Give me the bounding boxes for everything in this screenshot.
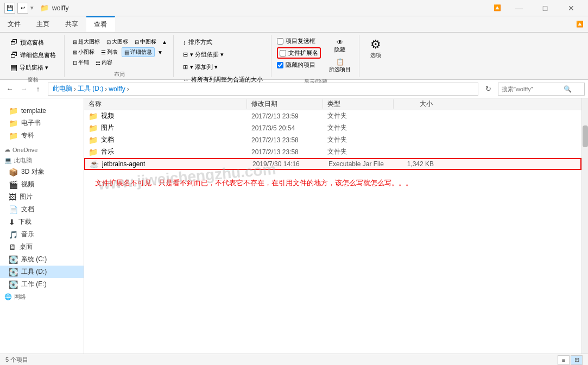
path-folder[interactable]: wolffy	[109, 85, 125, 93]
content-btn[interactable]: ☷内容	[93, 58, 115, 67]
hide-btn[interactable]: 👁 隐藏	[325, 37, 355, 55]
music-icon: 🎵	[9, 230, 18, 239]
ribbon-content: 🗗 预览窗格 🗗 详细信息窗格 ▤ 导航窗格 ▾ 窗格	[0, 33, 588, 79]
address-path[interactable]: 此电脑 › 工具 (D:) › wolffy ›	[48, 83, 478, 96]
maximize-button[interactable]: □	[533, 0, 558, 16]
scroll-thumb[interactable]	[583, 125, 588, 147]
grid-view-toggle[interactable]: ⊞	[571, 355, 583, 365]
extra-large-icon-btn[interactable]: ⊞超大图标	[70, 37, 103, 47]
sidebar-item-desktop[interactable]: 🖥 桌面	[0, 241, 84, 253]
large-icon-btn[interactable]: ⊡大图标	[104, 37, 131, 47]
tab-home[interactable]: 主页	[29, 16, 58, 32]
item-checkbox[interactable]	[277, 38, 283, 45]
hide-icon: 👁	[337, 39, 343, 46]
search-input[interactable]	[502, 86, 561, 92]
drive-c-icon: 💽	[9, 255, 18, 264]
selected-btn[interactable]: 📋 所选项目	[325, 56, 355, 75]
sidebar-item-pictures[interactable]: 🖼 图片	[0, 191, 84, 203]
title-bar: 💾 ↩ ▾ 📁 wolffy 🔼 — □ ✕	[0, 0, 588, 16]
forward-button[interactable]: →	[17, 83, 30, 96]
options-btn[interactable]: ⚙ 选项	[365, 37, 387, 61]
tab-share[interactable]: 共享	[58, 16, 86, 32]
address-bar: ← → ↑ 此电脑 › 工具 (D:) › wolffy › ↻ 🔍	[0, 80, 588, 98]
checkboxes: 项目复选框 文件扩展名 隐藏的项目	[277, 37, 321, 69]
layout-scroll-down[interactable]: ▼	[156, 47, 165, 57]
customize-quick-btn[interactable]: ▾	[30, 4, 34, 11]
main-area: 📁 template 📁 电子书 📁 专科 ☁ OneDrive 💻 此电脑 📦…	[0, 98, 588, 354]
add-col-btn[interactable]: ⊞ ▾ 添加列 ▾	[179, 62, 222, 72]
table-row[interactable]: 📁图片 2017/3/5 20:54 文件夹	[84, 122, 581, 134]
sidebar-item-downloads[interactable]: ⬇ 下载	[0, 216, 84, 228]
sort-btn[interactable]: ↕ 排序方式	[179, 37, 216, 47]
sidebar-item-music[interactable]: 🎵 音乐	[0, 228, 84, 241]
path-drive[interactable]: 工具 (D:)	[78, 84, 103, 93]
table-row[interactable]: 📁视频 2017/2/13 23:59 文件夹	[84, 110, 581, 122]
back-button[interactable]: ←	[3, 83, 16, 96]
table-row[interactable]: 📁音乐 2017/2/13 23:58 文件夹	[84, 146, 581, 158]
folder-icon: 📁	[40, 4, 49, 12]
title-bar-controls: 🔼 — □ ✕	[489, 0, 584, 16]
ext-highlight-box: 文件扩展名	[277, 47, 321, 59]
sidebar-item-template[interactable]: 📁 template	[0, 105, 84, 117]
options-inner: ⚙ 选项	[365, 35, 387, 69]
sidebar-item-3d[interactable]: 📦 3D 对象	[0, 166, 84, 178]
sidebar-item-drive-c[interactable]: 💽 系统 (C:)	[0, 253, 84, 266]
close-button[interactable]: ✕	[559, 0, 584, 16]
3d-icon: 📦	[9, 168, 18, 177]
sidebar-item-docs[interactable]: 📄 文档	[0, 203, 84, 216]
tab-file[interactable]: 文件	[0, 16, 29, 32]
scrollbar[interactable]	[581, 98, 588, 354]
ribbon-tabs: 文件 主页 共享 查看 🔼	[0, 16, 588, 33]
table-row[interactable]: 📁文档 2017/2/13 23:58 文件夹	[84, 134, 581, 146]
hidden-checkbox[interactable]	[277, 62, 283, 68]
preview-pane-btn[interactable]: 🗗 预览窗格	[7, 37, 60, 48]
save-quick-btn[interactable]: 💾	[4, 3, 15, 14]
sidebar-item-major[interactable]: 📁 专科	[0, 129, 84, 142]
nav-pane-btn[interactable]: ▤ 导航窗格 ▾	[7, 62, 60, 73]
col-size-header[interactable]: 大小	[394, 99, 437, 109]
minimize-button[interactable]: —	[507, 0, 532, 16]
sidebar-item-drive-e[interactable]: 💽 工作 (E:)	[0, 278, 84, 291]
sidebar-section-network[interactable]: 🌐 网络	[0, 291, 84, 302]
drive-d-icon: 💽	[9, 268, 18, 276]
ext-checkbox-row: 文件扩展名	[280, 49, 318, 57]
list-view-toggle[interactable]: ≡	[558, 355, 570, 365]
details-btn[interactable]: ▤详细信息	[122, 47, 155, 57]
sidebar-section-onedrive[interactable]: ☁ OneDrive	[0, 144, 84, 154]
ext-checkbox[interactable]	[280, 50, 286, 56]
nav-pane-label: 导航窗格 ▾	[20, 64, 48, 72]
sidebar-item-drive-d[interactable]: 💽 工具 (D:)	[0, 266, 84, 278]
refresh-button[interactable]: ↻	[482, 83, 495, 96]
col-type-header[interactable]: 类型	[323, 99, 394, 109]
file-list-header: 名称 修改日期 类型 大小	[84, 98, 581, 110]
search-icon: 🔍	[564, 85, 572, 93]
ribbon-collapse-btn[interactable]: 🔼	[115, 16, 588, 32]
layout-scroll-up[interactable]: ▲	[160, 37, 169, 47]
small-icon-btn[interactable]: ⊠小图标	[70, 47, 97, 57]
tiles-btn[interactable]: ⊡平铺	[70, 58, 92, 67]
list-btn[interactable]: ☰列表	[98, 47, 121, 57]
ribbon-group-options: ⚙ 选项 x	[361, 35, 391, 77]
selected-icon: 📋	[336, 58, 344, 66]
hide-selected-btns: 👁 隐藏 📋 所选项目	[325, 37, 355, 75]
medium-icon-btn[interactable]: ⊟中图标	[132, 37, 159, 47]
pictures-icon: 🖼	[9, 193, 16, 202]
col-date-header[interactable]: 修改日期	[247, 99, 323, 109]
col-name-header[interactable]: 名称	[84, 99, 247, 109]
path-pc[interactable]: 此电脑	[53, 84, 72, 93]
tab-view[interactable]: 查看	[86, 16, 115, 32]
group-by-btn[interactable]: ⊟ ▾ 分组依据 ▾	[179, 49, 227, 60]
drive-e-icon: 💽	[9, 280, 18, 289]
sidebar-item-video[interactable]: 🎬 视频	[0, 178, 84, 191]
undo-quick-btn[interactable]: ↩	[17, 3, 28, 14]
help-btn[interactable]: 🔼	[489, 0, 505, 16]
search-box[interactable]: 🔍	[498, 83, 585, 96]
table-row-highlighted[interactable]: ☕jetbrains-agent 2019/7/30 14:16 Executa…	[84, 158, 581, 170]
up-button[interactable]: ↑	[31, 83, 45, 96]
small-icon: ⊠	[73, 49, 77, 55]
large-icon: ⊡	[106, 39, 111, 45]
details-pane-btn[interactable]: 🗗 详细信息窗格	[7, 49, 60, 60]
show-hide-inner: 项目复选框 文件扩展名 隐藏的项目 👁	[277, 35, 355, 77]
sidebar-item-ebook[interactable]: 📁 电子书	[0, 117, 84, 129]
sidebar-section-pc[interactable]: 💻 此电脑	[0, 154, 84, 166]
